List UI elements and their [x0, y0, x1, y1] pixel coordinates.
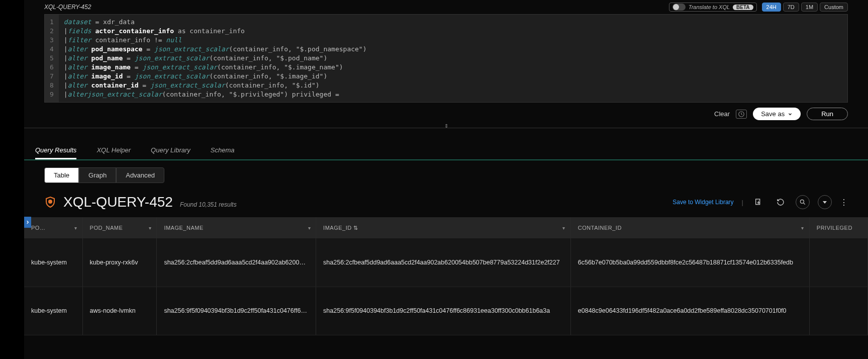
table-row[interactable]: kube-systemkube-proxy-rxk6vsha256:2cfbea…: [24, 238, 868, 287]
query-name: XQL-QUERY-452: [44, 4, 91, 11]
zoom-icon[interactable]: [796, 195, 810, 209]
col-container-id[interactable]: CONTAINER_ID▾: [570, 217, 809, 238]
col-image-name[interactable]: IMAGE_NAME▾: [157, 217, 316, 238]
editor-code[interactable]: dataset = xdr_data|fields actor_containe…: [59, 15, 372, 102]
cell-image_name: sha256:2cfbeaf5dd9ad6aaa5cd2f4aa902ab620…: [157, 238, 316, 287]
view-graph[interactable]: Graph: [79, 167, 116, 183]
filter-icon[interactable]: ▾: [74, 225, 77, 231]
cell-pod_namespace: kube-system: [24, 238, 82, 287]
col-pod-namespace[interactable]: PO…▾: [24, 217, 82, 238]
view-table[interactable]: Table: [44, 167, 79, 183]
time-range-picker: 24H 7D 1M Custom: [762, 3, 848, 12]
beta-badge: BETA: [733, 5, 753, 10]
export-icon[interactable]: [751, 195, 765, 209]
filter-icon[interactable]: ▾: [562, 225, 565, 231]
filter-icon[interactable]: ▾: [801, 225, 804, 231]
run-button[interactable]: Run: [807, 108, 848, 120]
time-range-24h[interactable]: 24H: [762, 3, 781, 12]
cell-privileged: [809, 287, 867, 335]
save-as-button[interactable]: Save as: [753, 108, 801, 120]
view-toggle: Table Graph Advanced: [44, 167, 848, 183]
drag-handle-icon[interactable]: ⇕: [444, 123, 448, 129]
sort-icon[interactable]: ⇅: [353, 225, 358, 231]
cell-image_id: sha256:2cfbeaf5dd9ad6aaa5cd2f4aa902ab620…: [316, 238, 571, 287]
query-editor[interactable]: 123456789 dataset = xdr_data|fields acto…: [44, 14, 848, 103]
cell-container_id: 6c56b7e070b5ba0a99dd559dbbf8fce2c56487b1…: [570, 238, 809, 287]
col-privileged[interactable]: PRIVILEGED: [809, 217, 867, 238]
cell-privileged: [809, 238, 867, 287]
svg-point-1: [49, 200, 52, 203]
cell-image_id: sha256:9f5f0940394bf3b1d9c2ff50fa431c047…: [316, 287, 571, 335]
results-count: Found 10,351 results: [180, 201, 237, 208]
col-image-id[interactable]: IMAGE_ID ⇅▾: [316, 217, 571, 238]
expand-panel-button[interactable]: [24, 217, 31, 228]
translate-toggle[interactable]: [672, 4, 686, 11]
col-pod-name[interactable]: POD_NAME▾: [82, 217, 157, 238]
cell-image_name: sha256:9f5f0940394bf3b1d9c2ff50fa431c047…: [157, 287, 316, 335]
results-table: PO…▾ POD_NAME▾ IMAGE_NAME▾ IMAGE_ID ⇅▾ C…: [24, 217, 868, 335]
translate-to-xql[interactable]: Translate to XQL BETA: [669, 3, 757, 12]
filter-icon[interactable]: ▾: [149, 225, 152, 231]
cell-pod_name: aws-node-lvmkn: [82, 287, 157, 335]
tab-schema[interactable]: Schema: [211, 146, 235, 159]
sidebar: [0, 0, 24, 359]
filter-dropdown-icon[interactable]: [818, 195, 832, 209]
chevron-down-icon: [788, 112, 793, 117]
tab-xql-helper[interactable]: XQL Helper: [97, 146, 131, 159]
save-to-widget-library[interactable]: Save to Widget Library: [672, 199, 733, 206]
topbar: XQL-QUERY-452 Translate to XQL BETA 24H …: [24, 0, 868, 14]
more-menu-icon[interactable]: ⋮: [840, 198, 848, 207]
cell-container_id: e0848c9e06433fd196df5f482a0ace6a0dd2fbe5…: [570, 287, 809, 335]
refresh-icon[interactable]: [774, 195, 788, 209]
translate-label: Translate to XQL: [689, 4, 730, 10]
results-title: XQL-QUERY-452: [63, 194, 173, 210]
history-icon[interactable]: [736, 110, 747, 119]
tab-query-results[interactable]: Query Results: [35, 146, 76, 159]
editor-gutter: 123456789: [45, 15, 59, 102]
tab-query-library[interactable]: Query Library: [151, 146, 190, 159]
svg-rect-2: [756, 199, 760, 205]
shield-icon: [44, 196, 56, 208]
cell-pod_name: kube-proxy-rxk6v: [82, 238, 157, 287]
clear-button[interactable]: Clear: [714, 110, 730, 118]
time-range-7d[interactable]: 7D: [783, 3, 799, 12]
table-row[interactable]: kube-systemaws-node-lvmknsha256:9f5f0940…: [24, 287, 868, 335]
cell-pod_namespace: kube-system: [24, 287, 82, 335]
time-range-1m[interactable]: 1M: [801, 3, 818, 12]
view-advanced[interactable]: Advanced: [116, 167, 164, 183]
pane-divider[interactable]: ⇕: [24, 123, 868, 128]
result-tabs: Query Results XQL Helper Query Library S…: [24, 143, 868, 160]
time-range-custom[interactable]: Custom: [820, 3, 848, 12]
filter-icon[interactable]: ▾: [308, 225, 311, 231]
svg-point-3: [800, 200, 804, 203]
